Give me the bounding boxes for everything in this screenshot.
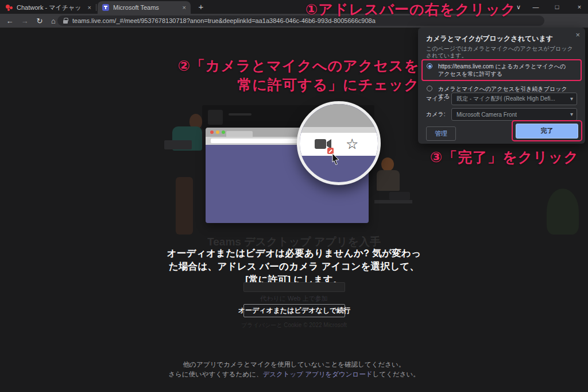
- tab-chatwork[interactable]: Chatwork - マイチャット ×: [1, 1, 96, 14]
- radio-unselected-icon[interactable]: [427, 86, 432, 91]
- radio-option-always-allow[interactable]: https://teams.live.com によるカメラとマイクへのアクセスを…: [427, 63, 571, 78]
- no-av-message-line1: オーディオまたはビデオは必要ありませんか? 気が変わっ: [0, 247, 588, 260]
- reload-icon[interactable]: ↻: [33, 14, 46, 28]
- popup-close-icon[interactable]: ×: [575, 30, 580, 39]
- camera-mic-blocked-popup: × カメラとマイクがブロックされています このページではカメラとマイクへのアクセ…: [418, 28, 585, 144]
- annotation-step2-line2: 常に許可する」にチェック: [178, 75, 419, 94]
- no-av-message-line2: た場合は、アドレス バーのカメラ アイコンを選択して、: [0, 260, 588, 273]
- illustration-desk-right: [374, 200, 412, 203]
- mic-row: マイク: 既定 - マイク配列 (Realtek High Defi... ▾: [426, 93, 577, 105]
- chatwork-favicon: [6, 4, 13, 11]
- tab-close-icon[interactable]: ×: [183, 5, 186, 11]
- dim-download-app-button[interactable]: [243, 282, 345, 292]
- chevron-down-icon: ▾: [570, 111, 573, 117]
- continue-without-av-button[interactable]: オーディオまたはビデオなしで続行: [243, 304, 345, 317]
- annotation-step2: ②「カメラとマイクへのアクセスを 常に許可する」にチェック: [178, 56, 419, 94]
- annotation-step3: ③「完了」をクリック: [430, 148, 579, 167]
- camera-label: カメラ:: [426, 110, 451, 118]
- mic-label: マイク:: [426, 95, 451, 103]
- radio-selected-icon[interactable]: [427, 63, 432, 69]
- bottom-note-line1: 他のアプリでカメラとマイクを使用していないことを確認してください。: [0, 360, 588, 370]
- chevron-down-icon: ▾: [570, 95, 573, 102]
- mock-traffic-green: [222, 130, 225, 134]
- tab-microsoft-teams[interactable]: Microsoft Teams ×: [98, 1, 191, 14]
- mic-select[interactable]: 既定 - マイク配列 (Realtek High Defi... ▾: [451, 93, 577, 105]
- dim-legal-footer: プライバシーと Cookie © 2022 Microsoft: [0, 321, 588, 329]
- illustration-person-right-body: [377, 170, 400, 191]
- back-icon[interactable]: ←: [3, 14, 16, 28]
- tab-label: Chatwork - マイチャット: [17, 3, 81, 12]
- annotation-step1: ①アドレスバーの右をクリック: [305, 0, 516, 19]
- popup-title: カメラとマイクがブロックされています: [426, 34, 553, 44]
- camera-select-value: Microsoft Camera Front: [457, 112, 517, 118]
- tab-separator: [96, 4, 96, 11]
- new-tab-button[interactable]: +: [196, 2, 206, 12]
- close-window-button[interactable]: ×: [571, 0, 588, 14]
- tab-label: Microsoft Teams: [113, 4, 159, 11]
- camera-row: カメラ: Microsoft Camera Front ▾: [426, 108, 577, 121]
- mic-select-value: 既定 - マイク配列 (Realtek High Defi...: [457, 95, 555, 103]
- bottom-note: 他のアプリでカメラとマイクを使用していないことを確認してください。 さらに使いや…: [0, 360, 588, 379]
- illustration-person-left-legs: [176, 177, 193, 235]
- bottom-note-line2: さらに使いやすくするために、デスクトップ アプリをダウンロードしてください。: [0, 370, 588, 379]
- mock-traffic-yellow: [216, 130, 219, 134]
- done-button[interactable]: 完了: [516, 124, 578, 139]
- magnifier-cursor-icon: [332, 153, 341, 165]
- mock-traffic-red: [210, 130, 214, 134]
- camera-select[interactable]: Microsoft Camera Front ▾: [451, 108, 577, 121]
- illustration-person-right-head: [381, 157, 394, 171]
- illustration-person-right-laptop: [389, 192, 410, 200]
- minimize-button[interactable]: —: [527, 0, 544, 14]
- illustration-plant: [547, 189, 579, 235]
- magnifier-star-icon: ☆: [346, 136, 358, 152]
- done-button-highlight: 完了: [512, 120, 582, 141]
- teams-favicon: [102, 4, 109, 11]
- magnifier-circle: ☆: [297, 101, 381, 185]
- popup-description: このページではカメラとマイクへのアクセスがブロックされています。: [426, 45, 573, 59]
- manage-button[interactable]: 管理: [426, 126, 456, 141]
- mock-tab: [226, 131, 253, 137]
- dim-join-web-link[interactable]: 代わりに Web 上で参加: [0, 294, 588, 303]
- illustration-person-left-laptop: [164, 140, 192, 149]
- tab-close-icon[interactable]: ×: [88, 5, 91, 11]
- forward-icon[interactable]: →: [18, 14, 31, 28]
- download-desktop-app-link[interactable]: デスクトップ アプリをダウンロード: [262, 371, 372, 378]
- annotation-step2-line1: ②「カメラとマイクへのアクセスを: [178, 56, 419, 75]
- lock-icon[interactable]: [63, 20, 68, 24]
- browser-window: Chatwork - マイチャット × Microsoft Teams × + …: [0, 0, 588, 392]
- maximize-button[interactable]: □: [548, 0, 566, 14]
- radio-option-label: https://teams.live.com によるカメラとマイクへのアクセスを…: [438, 63, 571, 78]
